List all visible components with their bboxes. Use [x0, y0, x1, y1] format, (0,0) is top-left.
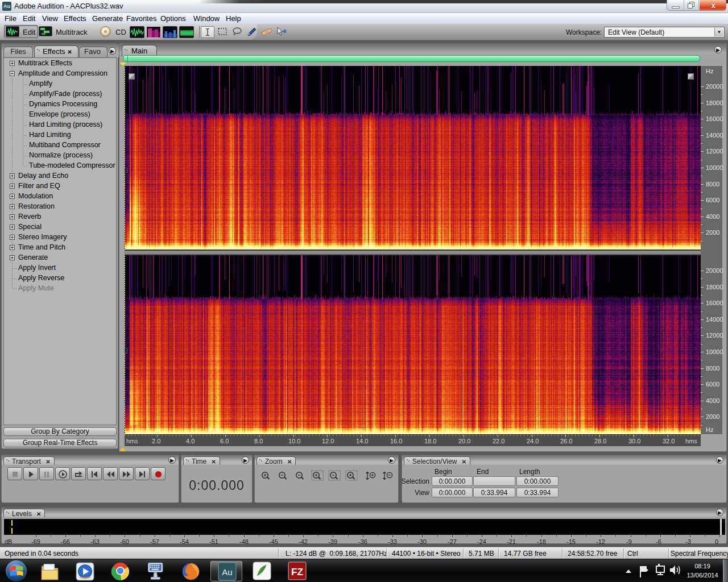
- svg-text:FZ: FZ: [291, 567, 303, 577]
- svg-text:Au: Au: [222, 567, 232, 577]
